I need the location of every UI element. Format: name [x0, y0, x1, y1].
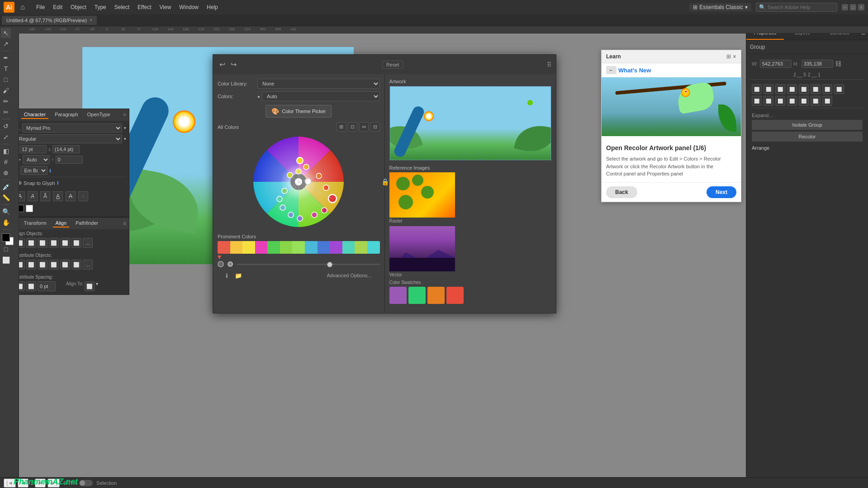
tab-close[interactable]: ×	[90, 18, 92, 23]
swatch-12[interactable]	[367, 241, 380, 254]
advanced-options-btn[interactable]: Advanced Options...	[323, 271, 375, 280]
dist-r-btn-1[interactable]: ⬜	[752, 96, 762, 106]
align-r-btn-4[interactable]: ⬜	[787, 84, 797, 94]
menu-help[interactable]: Help	[203, 2, 222, 12]
learn-expand-btn[interactable]: ⊞	[726, 53, 731, 60]
scatter-view-btn[interactable]: ⊡	[348, 122, 357, 132]
align-r-btn-6[interactable]: ⬜	[811, 84, 821, 94]
pen-tool[interactable]: ✒	[1, 53, 11, 63]
bg-color-btn[interactable]	[26, 205, 33, 212]
tab-align[interactable]: Align	[53, 219, 69, 227]
learn-close-btn[interactable]: ×	[733, 53, 736, 60]
align-right-btn[interactable]: ⬜	[38, 238, 47, 248]
prominent-swatches[interactable]	[218, 241, 380, 254]
scissors-tool[interactable]: ✂	[1, 107, 11, 117]
color-indicators[interactable]	[2, 233, 10, 242]
grid-view-btn[interactable]: ⊞	[337, 122, 346, 132]
glyph-btn-6[interactable]: A	[78, 191, 88, 201]
swatch-1[interactable]	[230, 241, 243, 254]
swatch-0[interactable]	[218, 241, 230, 254]
hand-tool[interactable]: ✋	[1, 218, 11, 227]
font-size-input[interactable]	[19, 145, 47, 153]
swatch-6[interactable]	[292, 241, 305, 254]
glyph-btn-3[interactable]: Â	[40, 191, 50, 201]
dist-bottom-btn[interactable]: ⬜	[38, 260, 47, 270]
space-v-btn[interactable]: ⬜	[26, 281, 36, 291]
shape-builder-tool[interactable]: ⊕	[1, 168, 11, 178]
align-r-btn-1[interactable]: ⬜	[752, 84, 762, 94]
glyph-btn-4[interactable]: A	[53, 191, 63, 201]
dist-r-btn-3[interactable]: ⬜	[775, 96, 785, 106]
font-style-select[interactable]: Regular	[15, 134, 122, 143]
tab-transform[interactable]: Transform	[21, 219, 49, 227]
leading-input[interactable]	[52, 145, 80, 153]
tab-pathfinder[interactable]: Pathfinder	[73, 219, 101, 227]
slider-track[interactable]	[237, 264, 380, 265]
tracking-select[interactable]: Auto	[23, 155, 50, 164]
link-dimensions-icon[interactable]: ⛓	[835, 60, 841, 67]
eyedropper-tool[interactable]: 💉	[1, 182, 11, 192]
selection-tool[interactable]: ↖	[1, 28, 11, 38]
foreground-color[interactable]	[2, 233, 10, 242]
dist-r-btn-2[interactable]: ⬜	[764, 96, 773, 106]
swatch-purple[interactable]	[389, 287, 407, 304]
swatch-red[interactable]	[446, 287, 464, 304]
swatch-11[interactable]	[355, 241, 367, 254]
more-btn[interactable]: …	[83, 238, 93, 248]
align-r-btn-3[interactable]: ⬜	[775, 84, 785, 94]
dist-center-v-btn[interactable]: ⬜	[60, 260, 70, 270]
reset-button[interactable]: Reset	[382, 61, 403, 69]
folder-icon[interactable]: 📁	[234, 271, 243, 280]
swatch-green[interactable]	[408, 287, 426, 304]
height-input[interactable]	[802, 60, 833, 68]
color-theme-btn[interactable]: 🎨 Color Theme Picker	[266, 105, 332, 118]
minimize-btn[interactable]: ─	[842, 4, 848, 10]
home-icon[interactable]: ⌂	[17, 2, 28, 13]
menu-edit[interactable]: Edit	[49, 2, 66, 12]
dist-left-btn[interactable]: ⬜	[49, 260, 59, 270]
baseline-input[interactable]	[56, 156, 83, 164]
menu-view[interactable]: View	[156, 2, 175, 12]
search-box[interactable]: 🔍	[756, 3, 837, 12]
slider-mid-btn[interactable]	[228, 261, 233, 267]
zoom-toggle[interactable]	[79, 480, 93, 486]
zoom-tool[interactable]: 🔍	[1, 207, 11, 217]
isolate-group-btn[interactable]: Isolate Group	[752, 120, 863, 130]
menu-file[interactable]: File	[33, 2, 48, 12]
align-center-h-btn[interactable]: ⬜	[26, 238, 36, 248]
swatch-5[interactable]	[280, 241, 293, 254]
learn-nav-back[interactable]: ←	[606, 66, 617, 74]
swatch-orange[interactable]	[427, 287, 445, 304]
dist-r-btn-4[interactable]: ⬜	[787, 96, 797, 106]
pencil-tool[interactable]: ✏	[1, 96, 11, 106]
panel-close-icon[interactable]: ×	[123, 112, 126, 118]
align-r-btn-5[interactable]: ⬜	[799, 84, 809, 94]
redo-button[interactable]: ↪	[229, 59, 238, 70]
mesh-tool[interactable]: #	[1, 157, 11, 167]
align-bottom-btn[interactable]: ⬜	[71, 238, 81, 248]
dist-more-btn[interactable]: …	[83, 260, 93, 270]
panel-options-icon[interactable]: ≡	[123, 220, 126, 227]
link-btn[interactable]: ⇔	[359, 122, 369, 132]
document-tab[interactable]: Untitled-4 @ 67,77% (RGB/Preview) ×	[2, 16, 97, 25]
move-icon[interactable]: ⠿	[547, 61, 551, 68]
search-input[interactable]	[768, 5, 834, 10]
swatch-4[interactable]	[267, 241, 280, 254]
dist-center-h-btn[interactable]: ⬜	[26, 260, 36, 270]
menu-type[interactable]: Type	[91, 2, 110, 12]
menu-object[interactable]: Object	[67, 2, 90, 12]
wheel-visual[interactable]	[251, 134, 346, 229]
em-box-select[interactable]: Em Box	[20, 166, 47, 175]
direct-selection-tool[interactable]: ↗	[1, 39, 11, 49]
tab-paragraph[interactable]: Paragraph	[52, 111, 81, 119]
maximize-btn[interactable]: □	[850, 4, 856, 10]
align-top-btn[interactable]: ⬜	[49, 238, 59, 248]
spacing-input[interactable]	[38, 281, 56, 291]
learn-next-btn[interactable]: Next	[707, 186, 736, 198]
align-r-btn-2[interactable]: ⬜	[764, 84, 773, 94]
normal-mode[interactable]: □	[1, 244, 11, 254]
screen-mode[interactable]: ⬜	[1, 255, 11, 265]
gradient-tool[interactable]: ◧	[1, 146, 11, 156]
shape-tool[interactable]: □	[1, 75, 11, 85]
font-family-select[interactable]: Myriad Pro	[22, 123, 122, 133]
